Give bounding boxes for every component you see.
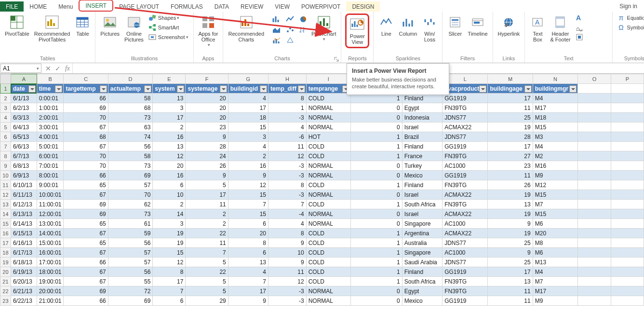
tab-powerpivot[interactable]: POWERPIVOT xyxy=(295,1,346,12)
cell[interactable] xyxy=(611,200,644,209)
cell[interactable]: 66 xyxy=(64,171,108,180)
cell[interactable]: 58 xyxy=(108,151,153,161)
cell[interactable]: NORMAL xyxy=(306,161,350,171)
cell[interactable]: 12 xyxy=(268,151,307,161)
cell[interactable]: 10 xyxy=(153,190,186,200)
cell[interactable]: Mexico xyxy=(402,171,442,180)
cell[interactable]: 3 xyxy=(228,132,268,142)
row-header[interactable]: 14 xyxy=(0,209,11,219)
cell[interactable]: 66 xyxy=(64,296,108,306)
cell[interactable]: 20 xyxy=(228,229,268,238)
cell[interactable]: 13 xyxy=(153,94,186,103)
cell[interactable]: 6/19/13 xyxy=(11,267,37,277)
cell[interactable]: 6/11/13 xyxy=(11,190,37,200)
cell[interactable]: M17 xyxy=(533,286,578,296)
cell[interactable]: 69 xyxy=(64,209,108,219)
pivot-chart-button[interactable]: PivotChart▾ xyxy=(310,14,337,42)
wordart-button[interactable]: A xyxy=(575,14,608,22)
cell[interactable]: COLD xyxy=(306,180,350,190)
cell[interactable]: FN39TG xyxy=(443,286,488,296)
cell[interactable]: 16 xyxy=(228,161,268,171)
cell[interactable]: JDNS77 xyxy=(443,132,488,142)
cell[interactable]: -3 xyxy=(268,296,307,306)
cell[interactable]: 14:00:01 xyxy=(37,229,64,238)
cell[interactable]: 5:00:01 xyxy=(37,142,64,151)
cell[interactable]: 1 xyxy=(350,229,402,238)
cell[interactable]: 69 xyxy=(64,286,108,296)
cell[interactable]: 0 xyxy=(350,161,402,171)
cell[interactable] xyxy=(578,209,611,219)
table-header-buildingid[interactable]: buildingid xyxy=(228,84,268,94)
cell[interactable]: 56 xyxy=(108,142,153,151)
tab-data[interactable]: DATA xyxy=(209,1,235,12)
tab-insert[interactable]: INSERT xyxy=(79,0,113,12)
cell[interactable]: 11 xyxy=(268,267,307,277)
table-header-time[interactable]: time xyxy=(37,84,64,94)
tab-file[interactable]: FILE xyxy=(0,1,24,12)
row-header[interactable]: 18 xyxy=(0,248,11,258)
cell[interactable]: 61 xyxy=(108,219,153,229)
cell[interactable]: Egypt xyxy=(402,103,442,113)
cell[interactable]: 67 xyxy=(64,190,108,200)
row-header[interactable]: 21 xyxy=(0,277,11,286)
column-header[interactable]: E xyxy=(153,74,186,84)
tab-home[interactable]: HOME xyxy=(24,1,53,12)
cell[interactable]: COLD xyxy=(306,142,350,151)
column-header[interactable]: H xyxy=(268,74,307,84)
cell[interactable]: COLD xyxy=(306,248,350,258)
cell[interactable]: NORMAL xyxy=(306,122,350,132)
sparkline-column-button[interactable]: Column xyxy=(398,14,418,38)
cell[interactable]: 15 xyxy=(153,248,186,258)
cell[interactable] xyxy=(578,238,611,248)
column-header[interactable]: A xyxy=(11,74,37,84)
row-header[interactable]: 7 xyxy=(0,142,11,151)
column-header[interactable]: P xyxy=(611,74,644,84)
cell[interactable]: 15 xyxy=(228,190,268,200)
cell[interactable] xyxy=(611,258,644,267)
cell[interactable]: 20 xyxy=(186,113,228,122)
cell[interactable]: 12 xyxy=(228,180,268,190)
column-header[interactable]: N xyxy=(533,74,578,84)
charts-dialog-launcher[interactable] xyxy=(334,57,339,62)
chevron-down-icon[interactable]: ▾ xyxy=(37,66,39,71)
cell[interactable]: 4 xyxy=(228,267,268,277)
cell[interactable]: M18 xyxy=(533,113,578,122)
cell[interactable] xyxy=(578,229,611,238)
chart-pie-button[interactable] xyxy=(295,14,312,24)
cell[interactable]: 4 xyxy=(268,219,307,229)
cell[interactable]: 17 xyxy=(186,190,228,200)
cell[interactable]: M8 xyxy=(533,238,578,248)
cell[interactable]: GG1919 xyxy=(443,171,488,180)
cell[interactable]: 6/10/13 xyxy=(11,180,37,190)
enter-formula-button[interactable]: ✓ xyxy=(53,63,63,73)
cell[interactable]: 1 xyxy=(350,267,402,277)
cell[interactable]: 6/7/13 xyxy=(11,151,37,161)
cell[interactable]: M15 xyxy=(533,190,578,200)
cell[interactable] xyxy=(611,180,644,190)
cell[interactable]: 6 xyxy=(228,248,268,258)
cell[interactable] xyxy=(578,277,611,286)
cell[interactable]: 12 xyxy=(153,258,186,267)
cell[interactable]: 67 xyxy=(64,122,108,132)
select-all-corner[interactable] xyxy=(0,74,11,84)
cell[interactable]: 6/16/13 xyxy=(11,238,37,248)
cell[interactable] xyxy=(611,209,644,219)
cell[interactable]: M3 xyxy=(533,132,578,142)
cell[interactable]: 0:00:01 xyxy=(37,94,64,103)
pivot-table-button[interactable]: PivotTable xyxy=(4,14,30,38)
cell[interactable]: 11 xyxy=(186,238,228,248)
cell[interactable]: 9:00:01 xyxy=(37,180,64,190)
symbol-button[interactable]: Ω Symbol xyxy=(617,23,644,32)
cell[interactable]: NORMAL xyxy=(306,171,350,180)
cell[interactable]: 27 xyxy=(488,151,533,161)
cell[interactable] xyxy=(611,286,644,296)
cell[interactable]: COLD xyxy=(306,258,350,267)
cell[interactable]: 15:00:01 xyxy=(37,238,64,248)
cell[interactable]: 20:00:01 xyxy=(37,286,64,296)
cell[interactable]: ACMAX22 xyxy=(443,229,488,238)
cell[interactable]: 0 xyxy=(350,286,402,296)
cell[interactable]: 19 xyxy=(488,229,533,238)
cell[interactable]: 67 xyxy=(64,277,108,286)
name-box-input[interactable] xyxy=(3,65,32,72)
cell[interactable]: COLD xyxy=(306,277,350,286)
